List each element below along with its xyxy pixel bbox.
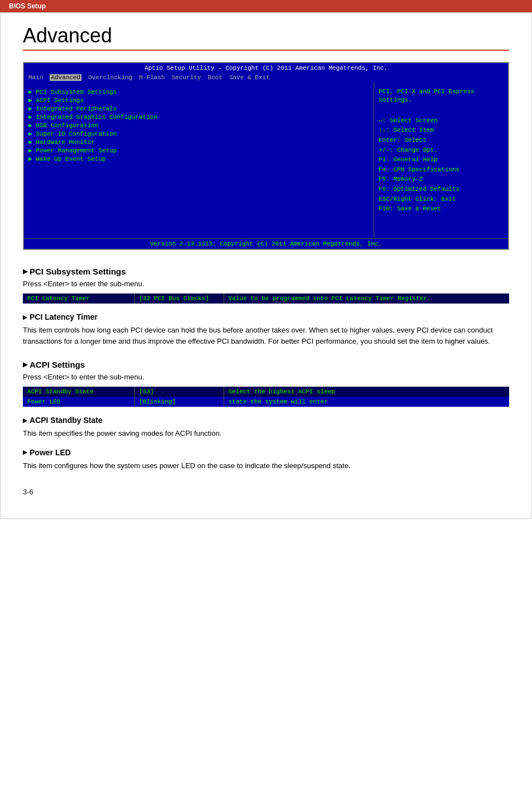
pci-latency-heading: PCI Latency Timer (23, 312, 509, 321)
bios-menu-bar: Main Advanced Overclocking M-Flash Secur… (24, 73, 508, 82)
acpi-table: ACPI Standby State [S3] Select the highe… (23, 387, 509, 407)
power-led-heading: Power LED (23, 448, 509, 457)
acpi-table-row2-col2: [Blinking] (134, 397, 224, 407)
bios-footer: Version 2.13.1215. Copyright (C) 2011 Am… (24, 238, 508, 249)
pci-table-col1: PCI Latency Timer (23, 293, 134, 304)
bios-title-bar: Aptio Setup Utility - Copyright (C) 2011… (24, 63, 508, 73)
acpi-table-row1-col2: [S3] (134, 387, 224, 397)
page-number: 3-6 (23, 488, 509, 496)
key-help-line-3: Enter: Select (379, 136, 504, 146)
bios-item-power-mgmt[interactable]: Power Management Setup (28, 146, 369, 155)
bios-item-integrated-periph[interactable]: Integrated Peripherals (28, 104, 369, 113)
pci-latency-body: This item controls how long each PCI dev… (23, 325, 509, 346)
acpi-table-row1-col3: Select the highest ACPI sleep (224, 387, 509, 397)
acpi-table-row2-col3: state the system will enter (224, 397, 509, 407)
bios-item-acpi[interactable]: ACPI Settings (28, 96, 369, 104)
table-row: ACPI Standby State [S3] Select the highe… (23, 387, 509, 397)
key-help-line-8: F6: Optimized Defaults (379, 185, 504, 195)
pci-table-col2: [32 PCI Bus Clocks] (134, 293, 224, 304)
key-help-line-4: +/-: Change Opt. (379, 146, 504, 156)
bios-item-pci[interactable]: PCI Subsystem Settings (28, 88, 369, 96)
pci-subsystem-heading: PCI Subsystem Settings (23, 267, 509, 276)
key-help-line-5: F1: General Help (379, 155, 504, 165)
power-led-body: This item configures how the system uses… (23, 460, 509, 471)
key-help-line-1: ↔: Select Screen (379, 116, 504, 126)
key-help-line-10: F10: Save & Reset (379, 204, 504, 214)
acpi-standby-heading: ACPI Standby State (23, 416, 509, 425)
pci-subsystem-subtext: Press <Enter> to enter the sub-menu. (23, 280, 509, 288)
pci-table: PCI Latency Timer [32 PCI Bus Clocks] Va… (23, 293, 509, 304)
bios-menu-overclocking[interactable]: Overclocking (88, 74, 132, 81)
bios-body: PCI Subsystem Settings ACPI Settings Int… (24, 82, 508, 238)
page-header: BIOS Setup (0, 0, 532, 12)
page-title: Advanced (23, 24, 509, 51)
bios-menu-advanced[interactable]: Advanced (50, 74, 81, 81)
bios-menu-mflash[interactable]: M-Flash (139, 74, 165, 81)
key-help-line-2: ↕↓: Select Item (379, 126, 504, 136)
key-help-line-7: F5: Memory-Z (379, 175, 504, 185)
bios-menu-security[interactable]: Security (172, 74, 201, 81)
bios-menu-boot[interactable]: Boot (207, 74, 222, 81)
acpi-settings-heading: ACPI Settings (23, 360, 509, 369)
main-content: Advanced Aptio Setup Utility - Copyright… (0, 12, 532, 519)
acpi-table-row1-col1: ACPI Standby State (23, 387, 134, 397)
key-help-line-6: F4: CPU Specifications (379, 165, 504, 175)
bios-item-hardware-monitor[interactable]: Hardware Monitor (28, 138, 369, 146)
bios-key-help: ↔: Select Screen ↕↓: Select Item Enter: … (379, 116, 504, 214)
bios-menu-main[interactable]: Main (28, 74, 43, 81)
table-row: Power LED [Blinking] state the system wi… (23, 397, 509, 407)
bios-screenshot: Aptio Setup Utility - Copyright (C) 2011… (23, 62, 509, 250)
bios-right-panel: PCI, PCI-X and PCI Express Settings. ↔: … (374, 82, 508, 238)
bios-item-integrated-graphics[interactable]: Integrated Graphics Configuration (28, 113, 369, 121)
bios-left-panel: PCI Subsystem Settings ACPI Settings Int… (24, 82, 374, 238)
bios-item-usb[interactable]: USB Configuration (28, 121, 369, 129)
acpi-settings-subtext: Press <Enter> to enter the sub-menu. (23, 373, 509, 381)
bios-menu-save-exit[interactable]: Save & Exit (229, 74, 270, 81)
bios-help-text: PCI, PCI-X and PCI Express Settings. (379, 88, 504, 105)
bios-item-super-io[interactable]: Super IO Configuration (28, 129, 369, 138)
acpi-table-row2-col1: Power LED (23, 397, 134, 407)
key-help-line-9: ESC/Right Click: Exit (379, 195, 504, 205)
acpi-standby-body: This item specifies the power saving mod… (23, 428, 509, 439)
bios-item-wake-up[interactable]: Wake Up Event Setup (28, 155, 369, 163)
table-row: PCI Latency Timer [32 PCI Bus Clocks] Va… (23, 293, 509, 304)
pci-table-col3: Value to be programmed into PCI Latency … (224, 293, 509, 304)
